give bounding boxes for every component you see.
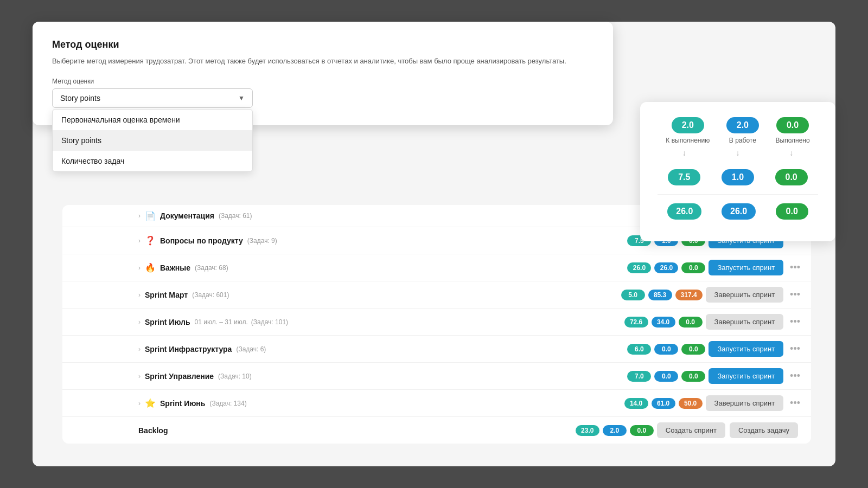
popup-col-inprogress: 2.0 В работе <box>726 117 759 144</box>
select-dropdown[interactable]: Story points ▼ <box>52 88 253 108</box>
expand-icon[interactable]: › <box>138 237 141 245</box>
sprint-name: Sprint Июнь <box>160 399 205 408</box>
sprint-meta: (Задач: 601) <box>192 291 229 299</box>
popup-badge-todo-bottom: 7.5 <box>668 169 700 185</box>
sprint-row: › ⭐ Sprint Июнь (Задач: 134) 14.0 61.0 5… <box>62 390 811 417</box>
sprint-meta: (Задач: 68) <box>195 264 228 272</box>
select-wrapper: Story points ▼ Первоначальная оценка вре… <box>52 88 253 108</box>
main-modal: Метод оценки Выберите метод измерения тр… <box>33 22 613 125</box>
sprint-meta: (Задач: 61) <box>219 212 252 220</box>
dropdown-menu: Первоначальная оценка времени Story poin… <box>52 109 253 172</box>
badge-inprogress: 0.0 <box>654 344 678 355</box>
badge-todo: 72.6 <box>624 317 648 328</box>
start-sprint-button[interactable]: Запустить спринт <box>709 341 783 357</box>
popup-label-done: Выполнено <box>776 137 810 144</box>
badge-todo: 14.0 <box>624 398 648 409</box>
expand-icon[interactable]: › <box>138 400 141 407</box>
badge-todo: 5.0 <box>621 290 645 300</box>
badge-done: 50.0 <box>679 398 703 409</box>
sprint-meta: (Задач: 134) <box>209 400 246 407</box>
more-options-button[interactable]: ••• <box>788 289 802 300</box>
badge-todo: 7.0 <box>627 371 651 382</box>
arrow-icon-inprogress: ↓ <box>736 149 739 157</box>
dropdown-item-task-count[interactable]: Количество задач <box>53 151 252 171</box>
badge-done: 0.0 <box>679 317 703 328</box>
popup-label-todo: К выполнению <box>666 137 710 144</box>
backlog-badge-done: 0.0 <box>630 425 654 436</box>
sprint-name: Важные <box>160 264 190 272</box>
more-options-button[interactable]: ••• <box>788 316 802 328</box>
sprint-name: Sprint Июль <box>145 318 190 326</box>
badge-todo: 6.0 <box>627 344 651 355</box>
popup-total-inprogress: 26.0 <box>722 203 756 220</box>
badge-inprogress: 0.0 <box>654 371 678 382</box>
finish-sprint-button[interactable]: Завершить спринт <box>706 395 784 411</box>
badge-inprogress: 26.0 <box>654 262 678 273</box>
sprint-name: Вопросы по продукту <box>160 236 243 245</box>
badge-done: 0.0 <box>681 262 705 273</box>
sprint-meta: (Задач: 9) <box>247 237 277 245</box>
popup-top-row: 2.0 К выполнению 2.0 В работе 0.0 Выполн… <box>658 117 818 144</box>
expand-icon[interactable]: › <box>138 291 141 299</box>
more-options-button[interactable]: ••• <box>788 370 802 382</box>
backlog-badge-todo: 23.0 <box>576 425 599 436</box>
more-options-button[interactable]: ••• <box>788 262 802 273</box>
sprint-row: › Sprint Июль 01 июл. – 31 июл. (Задач: … <box>62 309 811 336</box>
popup-badge-inprogress-bottom: 1.0 <box>722 169 754 185</box>
badge-todo: 26.0 <box>627 262 651 273</box>
popup-label-inprogress: В работе <box>729 137 756 144</box>
create-sprint-button[interactable]: Создать спринт <box>657 422 725 438</box>
sprint-name: Документация <box>160 211 214 220</box>
finish-sprint-button[interactable]: Завершить спринт <box>706 287 784 303</box>
popup-arrow-row: ↓ ↓ ↓ <box>658 149 818 160</box>
expand-icon[interactable]: › <box>138 318 141 326</box>
sprint-row: › Sprint Инфраструктура (Задач: 6) 6.0 0… <box>62 336 811 363</box>
more-options-button[interactable]: ••• <box>788 343 802 355</box>
chevron-down-icon: ▼ <box>238 94 245 102</box>
popup-col-done: 0.0 Выполнено <box>776 117 810 144</box>
expand-icon[interactable]: › <box>138 264 141 272</box>
sprint-icon: 📄 <box>145 211 156 221</box>
popup-bottom-row: 7.5 1.0 0.0 <box>658 169 818 185</box>
select-value: Story points <box>60 94 100 102</box>
sprint-icon: 🔥 <box>145 262 156 273</box>
badge-inprogress: 61.0 <box>652 398 675 409</box>
arrow-icon-todo: ↓ <box>682 149 686 157</box>
sprint-name: Sprint Инфраструктура <box>145 345 232 354</box>
popup-card: 2.0 К выполнению 2.0 В работе 0.0 Выполн… <box>640 102 835 241</box>
popup-badge-inprogress-top: 2.0 <box>726 117 759 133</box>
expand-icon[interactable]: › <box>138 373 141 380</box>
popup-total-todo: 26.0 <box>667 203 701 220</box>
popup-badge-todo-top: 2.0 <box>672 117 704 133</box>
sprint-meta: (Задач: 10) <box>218 373 252 380</box>
more-options-button[interactable]: ••• <box>788 397 802 409</box>
finish-sprint-button[interactable]: Завершить спринт <box>706 314 784 330</box>
backlog-row: Backlog 23.0 2.0 0.0 Создать спринт Созд… <box>62 417 811 444</box>
popup-badge-done-bottom: 0.0 <box>775 169 808 185</box>
popup-col-todo: 2.0 К выполнению <box>666 117 710 144</box>
badge-inprogress: 34.0 <box>652 317 675 328</box>
start-sprint-button[interactable]: Запустить спринт <box>709 260 783 275</box>
field-label: Метод оценки <box>52 78 593 85</box>
sprint-name: Sprint Управление <box>145 372 214 381</box>
popup-total-row: 26.0 26.0 0.0 <box>658 203 818 220</box>
arrow-icon-done: ↓ <box>789 149 793 157</box>
sprint-row: › 🔥 Важные (Задач: 68) 26.0 26.0 0.0 Зап… <box>62 254 811 281</box>
popup-divider <box>658 194 818 195</box>
dropdown-item-time[interactable]: Первоначальная оценка времени <box>53 110 252 130</box>
sprint-date: 01 июл. – 31 июл. <box>195 318 248 326</box>
sprint-meta: (Задач: 101) <box>251 318 288 326</box>
sprint-icon: ⭐ <box>145 398 156 408</box>
backlog-label: Backlog <box>138 426 168 435</box>
expand-icon[interactable]: › <box>138 345 141 353</box>
create-task-button[interactable]: Создать задачу <box>730 422 798 438</box>
badge-done: 0.0 <box>681 371 705 382</box>
sprint-icon: ❓ <box>145 235 156 246</box>
badge-inprogress: 85.3 <box>648 290 672 300</box>
dropdown-item-story-points[interactable]: Story points <box>53 130 252 151</box>
modal-title: Метод оценки <box>52 39 593 50</box>
sprint-row: › Sprint Управление (Задач: 10) 7.0 0.0 … <box>62 363 811 390</box>
expand-icon[interactable]: › <box>138 212 141 220</box>
start-sprint-button[interactable]: Запустить спринт <box>709 368 783 384</box>
sprint-name: Sprint Март <box>145 291 188 299</box>
